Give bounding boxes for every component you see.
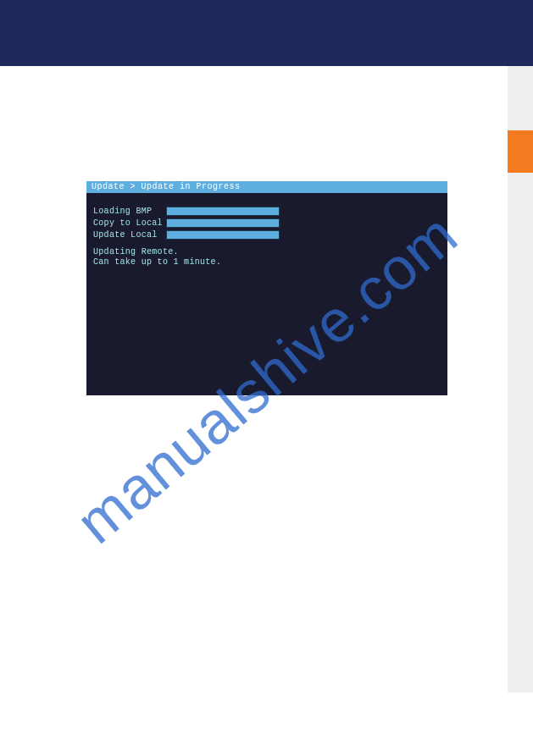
screen-breadcrumb: Update > Update in Progress [86,181,447,193]
progress-bar [166,218,280,228]
progress-row-loading-bmp: Loading BMP [93,205,441,217]
progress-row-copy-local: Copy to Local [93,217,441,229]
progress-bar [166,230,280,240]
progress-bar-fill [167,219,279,227]
status-line-1: Updating Remote. [93,247,441,257]
progress-label: Update Local [93,230,166,240]
progress-bar [166,207,280,216]
status-text: Updating Remote. Can take up to 1 minute… [93,247,441,268]
progress-label: Loading BMP [93,207,166,216]
section-tab [508,130,533,173]
progress-bar-fill [167,231,279,239]
progress-row-update-local: Update Local [93,229,441,240]
screen-body: Loading BMP Copy to Local Update Local U… [86,193,447,274]
progress-label: Copy to Local [93,218,166,228]
progress-bar-fill [167,207,279,215]
top-banner [0,0,533,66]
status-line-2: Can take up to 1 minute. [93,257,441,268]
firmware-update-screen: Update > Update in Progress Loading BMP … [86,181,447,395]
